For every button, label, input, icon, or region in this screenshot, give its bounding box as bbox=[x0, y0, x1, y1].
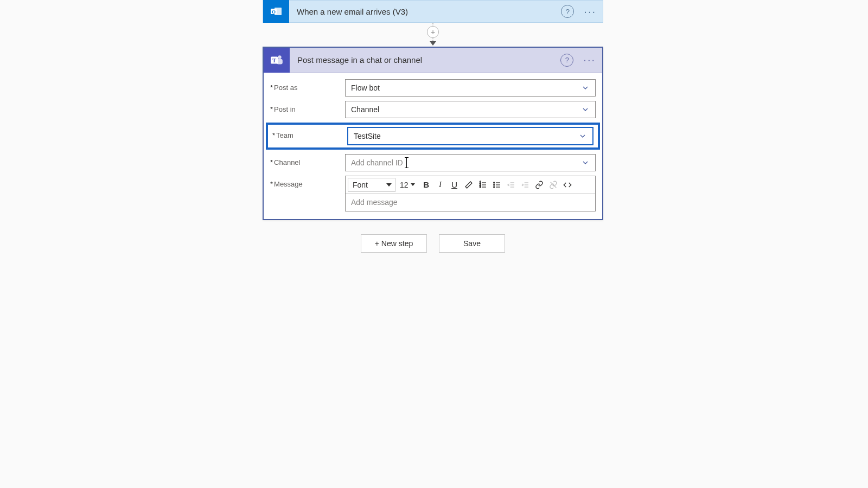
field-label: *Channel bbox=[270, 154, 345, 166]
message-textarea[interactable]: Add message bbox=[346, 194, 595, 211]
help-icon[interactable]: ? bbox=[561, 5, 574, 18]
bulleted-list-button[interactable] bbox=[490, 178, 504, 192]
teams-icon: T bbox=[264, 48, 290, 73]
field-team-highlighted: *Team TestSite bbox=[266, 123, 600, 150]
outlook-icon: O bbox=[263, 0, 289, 23]
connector: + bbox=[263, 23, 603, 47]
field-message: *Message Font 12 B I U bbox=[270, 176, 596, 211]
caret-down-icon bbox=[386, 183, 392, 187]
svg-point-17 bbox=[493, 184, 494, 185]
new-step-button[interactable]: + New step bbox=[361, 234, 427, 253]
svg-point-3 bbox=[278, 55, 282, 59]
field-label: *Post in bbox=[270, 101, 345, 113]
chevron-down-icon bbox=[578, 132, 587, 140]
italic-button[interactable]: I bbox=[433, 178, 448, 192]
bold-button[interactable]: B bbox=[419, 178, 433, 192]
text-cursor-icon bbox=[406, 157, 407, 168]
message-editor: Font 12 B I U bbox=[345, 176, 596, 211]
footer-buttons: + New step Save bbox=[263, 234, 603, 253]
link-button[interactable] bbox=[532, 178, 546, 192]
more-icon[interactable]: ··· bbox=[583, 54, 596, 66]
more-icon[interactable]: ··· bbox=[584, 5, 596, 18]
code-view-button[interactable] bbox=[560, 178, 575, 192]
decrease-indent-button[interactable] bbox=[504, 178, 518, 192]
action-header[interactable]: T Post message in a chat or channel ? ··… bbox=[264, 48, 602, 73]
team-select[interactable]: TestSite bbox=[347, 127, 593, 145]
placeholder-text: Add channel ID bbox=[351, 158, 403, 167]
save-button[interactable]: Save bbox=[439, 234, 505, 253]
add-step-icon[interactable]: + bbox=[427, 26, 439, 38]
font-size-select[interactable]: 12 bbox=[400, 178, 415, 192]
post-as-select[interactable]: Flow bot bbox=[345, 79, 596, 97]
trigger-card[interactable]: O When a new email arrives (V3) ? ··· bbox=[263, 0, 603, 23]
rich-text-toolbar: Font 12 B I U bbox=[346, 176, 595, 194]
select-value: Flow bot bbox=[351, 84, 581, 92]
svg-point-16 bbox=[493, 182, 494, 183]
chevron-down-icon bbox=[581, 84, 590, 92]
underline-button[interactable]: U bbox=[448, 178, 462, 192]
action-body: *Post as Flow bot *Post in Channel *Team… bbox=[264, 73, 602, 219]
select-value: TestSite bbox=[354, 132, 578, 140]
action-card: T Post message in a chat or channel ? ··… bbox=[263, 47, 603, 220]
post-in-select[interactable]: Channel bbox=[345, 101, 596, 118]
numbered-list-button[interactable]: 123 bbox=[476, 178, 490, 192]
select-value: Channel bbox=[351, 105, 581, 114]
field-label: *Team bbox=[270, 127, 347, 139]
channel-input[interactable]: Add channel ID bbox=[345, 154, 596, 171]
svg-point-18 bbox=[493, 187, 494, 188]
field-channel: *Channel Add channel ID bbox=[270, 154, 596, 171]
svg-text:3: 3 bbox=[480, 185, 481, 188]
field-post-as: *Post as Flow bot bbox=[270, 79, 596, 97]
increase-indent-button[interactable] bbox=[518, 178, 532, 192]
chevron-down-icon bbox=[581, 105, 590, 114]
svg-text:O: O bbox=[272, 9, 276, 15]
svg-text:T: T bbox=[272, 56, 277, 63]
font-family-select[interactable]: Font bbox=[348, 178, 395, 192]
chevron-down-icon bbox=[581, 158, 590, 167]
highlight-button[interactable] bbox=[462, 178, 476, 192]
unlink-button[interactable] bbox=[546, 178, 560, 192]
trigger-title: When a new email arrives (V3) bbox=[289, 7, 561, 16]
arrow-down-icon bbox=[430, 41, 436, 46]
field-label: *Message bbox=[270, 176, 345, 188]
field-label: *Post as bbox=[270, 79, 345, 92]
field-post-in: *Post in Channel bbox=[270, 101, 596, 118]
help-icon[interactable]: ? bbox=[560, 54, 573, 67]
action-title: Post message in a chat or channel bbox=[290, 55, 560, 65]
caret-down-icon bbox=[411, 183, 415, 186]
